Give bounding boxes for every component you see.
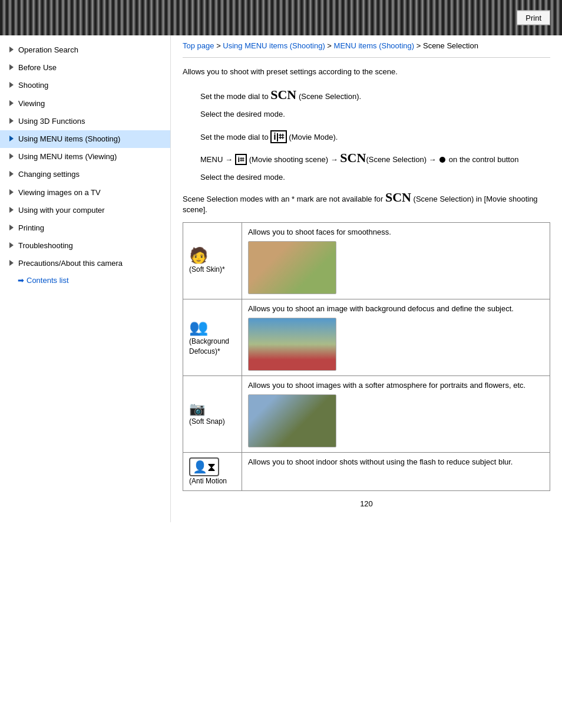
anti-motion-label: (Anti Motion bbox=[189, 476, 236, 486]
breadcrumb-sep3: > bbox=[416, 41, 423, 50]
sidebar-item-troubleshooting[interactable]: Troubleshooting bbox=[0, 237, 170, 255]
content-area: Top page > Using MENU items (Shooting) >… bbox=[171, 35, 562, 522]
sidebar-item-label: Using with your computer bbox=[18, 205, 105, 216]
sidebar-item-label: Using MENU items (Viewing) bbox=[18, 151, 117, 162]
main-layout: Operation Search Before Use Shooting Vie… bbox=[0, 35, 562, 522]
desc-cell-bg-defocus: Allows you to shoot an image with backgr… bbox=[242, 299, 550, 375]
soft-skin-icon: 🧑 bbox=[189, 246, 208, 264]
icon-cell-anti-motion: 👤⧗ (Anti Motion bbox=[183, 452, 242, 491]
table-row: 👤⧗ (Anti Motion Allows you to shoot indo… bbox=[183, 452, 550, 491]
desc-cell-anti-motion: Allows you to shoot indoor shots without… bbox=[242, 452, 550, 491]
movie-mode-icon: i⌗ bbox=[270, 130, 286, 143]
breadcrumb: Top page > Using MENU items (Shooting) >… bbox=[183, 35, 550, 54]
intro-text: Allows you to shoot with preset settings… bbox=[183, 66, 550, 78]
desc-cell-soft-skin: Allows you to shoot faces for smoothness… bbox=[242, 222, 550, 299]
arrow-icon bbox=[9, 100, 14, 106]
sidebar-item-label: Changing settings bbox=[18, 169, 80, 180]
arrow-icon-active bbox=[9, 136, 14, 141]
icon-cell-soft-snap: 📷 (Soft Snap) bbox=[183, 375, 242, 452]
scene-photo-child bbox=[248, 241, 336, 294]
still-step2: Select the desired mode. bbox=[200, 108, 550, 121]
sidebar-item-label: Viewing images on a TV bbox=[18, 187, 101, 198]
scene-photo-building bbox=[248, 318, 336, 371]
sidebar-item-label: Before Use bbox=[18, 62, 57, 73]
icon-cell-bg-defocus: 👥 (Background Defocus)* bbox=[183, 299, 242, 375]
movie-step1: Set the mode dial to i⌗ (Movie Mode). bbox=[200, 130, 550, 144]
scene-table: 🧑 (Soft Skin)* Allows you to shoot faces… bbox=[183, 222, 550, 492]
arrow-icon bbox=[9, 64, 14, 70]
sidebar-item-viewing-images-tv[interactable]: Viewing images on a TV bbox=[0, 184, 170, 202]
note-text: Scene Selection modes with an * mark are… bbox=[183, 190, 550, 214]
sidebar-item-label: Precautions/About this camera bbox=[18, 258, 123, 269]
sidebar-item-label: Shooting bbox=[18, 80, 48, 91]
soft-snap-label: (Soft Snap) bbox=[189, 417, 236, 427]
print-button[interactable]: Print bbox=[517, 11, 550, 25]
sidebar-item-label: Operation Search bbox=[18, 45, 78, 55]
sidebar-item-viewing[interactable]: Viewing bbox=[0, 95, 170, 113]
arrow-icon bbox=[9, 207, 14, 213]
divider bbox=[183, 57, 550, 58]
table-row: 👥 (Background Defocus)* Allows you to sh… bbox=[183, 299, 550, 375]
scene-photo-snap bbox=[248, 394, 336, 447]
movie-step2: MENU → i⌗ (Movie shooting scene) → SCN(S… bbox=[200, 147, 550, 168]
sidebar-item-changing-settings[interactable]: Changing settings bbox=[0, 166, 170, 183]
breadcrumb-sep1: > bbox=[216, 41, 223, 50]
scn-logo-2: SCN bbox=[340, 150, 366, 165]
desc-text: Allows you to shoot faces for smoothness… bbox=[248, 228, 544, 236]
arrow-icon bbox=[9, 82, 14, 88]
arrow-icon bbox=[9, 242, 14, 248]
breadcrumb-scene-selection: Scene Selection bbox=[423, 41, 478, 50]
arrow-icon bbox=[9, 260, 14, 266]
header-bar: Print bbox=[0, 0, 562, 35]
arrow-icon bbox=[9, 47, 14, 52]
breadcrumb-top-page[interactable]: Top page bbox=[183, 41, 214, 50]
bg-defocus-icon: 👥 bbox=[189, 318, 208, 336]
sidebar-item-shooting[interactable]: Shooting bbox=[0, 77, 170, 94]
soft-snap-icon: 📷 bbox=[189, 401, 205, 416]
sidebar-item-label: Troubleshooting bbox=[18, 241, 73, 251]
desc-text: Allows you to shoot indoor shots without… bbox=[248, 457, 544, 466]
breadcrumb-using-menu[interactable]: Using MENU items (Shooting) bbox=[223, 41, 325, 50]
desc-cell-soft-snap: Allows you to shoot images with a softer… bbox=[242, 375, 550, 452]
page-number: 120 bbox=[183, 491, 550, 510]
movie-scene-icon: i⌗ bbox=[235, 154, 247, 165]
sidebar-item-using-menu-viewing[interactable]: Using MENU items (Viewing) bbox=[0, 148, 170, 166]
contents-list-link[interactable]: ➡Contents list bbox=[18, 272, 170, 288]
arrow-icon bbox=[9, 118, 14, 124]
sidebar-item-label: Viewing bbox=[18, 98, 45, 109]
sidebar-item-precautions[interactable]: Precautions/About this camera bbox=[0, 255, 170, 272]
circle-bullet bbox=[439, 157, 445, 163]
still-step1: Set the mode dial to SCN (Scene Selectio… bbox=[200, 84, 550, 105]
sidebar-item-label: Using 3D Functions bbox=[18, 116, 85, 127]
arrow-icon bbox=[9, 171, 14, 177]
sidebar-item-before-use[interactable]: Before Use bbox=[0, 59, 170, 77]
desc-text: Allows you to shoot images with a softer… bbox=[248, 381, 544, 390]
breadcrumb-menu-items[interactable]: MENU items (Shooting) bbox=[334, 41, 415, 50]
sidebar-item-using-computer[interactable]: Using with your computer bbox=[0, 202, 170, 219]
arrow-icon bbox=[9, 189, 14, 195]
sidebar-item-using-3d[interactable]: Using 3D Functions bbox=[0, 113, 170, 130]
sidebar: Operation Search Before Use Shooting Vie… bbox=[0, 35, 171, 522]
bg-defocus-label: (Background Defocus)* bbox=[189, 337, 236, 357]
soft-skin-label: (Soft Skin)* bbox=[189, 265, 236, 275]
desc-text: Allows you to shoot an image with backgr… bbox=[248, 304, 544, 313]
still-section: Set the mode dial to SCN (Scene Selectio… bbox=[200, 84, 550, 121]
sidebar-item-using-menu-shooting[interactable]: Using MENU items (Shooting) bbox=[0, 130, 170, 148]
anti-motion-icon: 👤⧗ bbox=[189, 457, 219, 476]
scn-logo: SCN bbox=[270, 87, 296, 102]
sidebar-item-operation-search[interactable]: Operation Search bbox=[0, 41, 170, 59]
breadcrumb-sep2: > bbox=[327, 41, 333, 50]
movie-step3: Select the desired mode. bbox=[200, 172, 550, 184]
scn-logo-note: SCN bbox=[385, 190, 411, 205]
sidebar-item-label: Printing bbox=[18, 223, 44, 233]
table-row: 📷 (Soft Snap) Allows you to shoot images… bbox=[183, 375, 550, 452]
table-row: 🧑 (Soft Skin)* Allows you to shoot faces… bbox=[183, 222, 550, 299]
sidebar-item-label: Using MENU items (Shooting) bbox=[18, 134, 120, 144]
movie-section: Set the mode dial to i⌗ (Movie Mode). ME… bbox=[200, 130, 550, 184]
arrow-icon bbox=[9, 153, 14, 159]
sidebar-item-printing[interactable]: Printing bbox=[0, 219, 170, 237]
icon-cell-soft-skin: 🧑 (Soft Skin)* bbox=[183, 222, 242, 299]
arrow-icon bbox=[9, 225, 14, 230]
